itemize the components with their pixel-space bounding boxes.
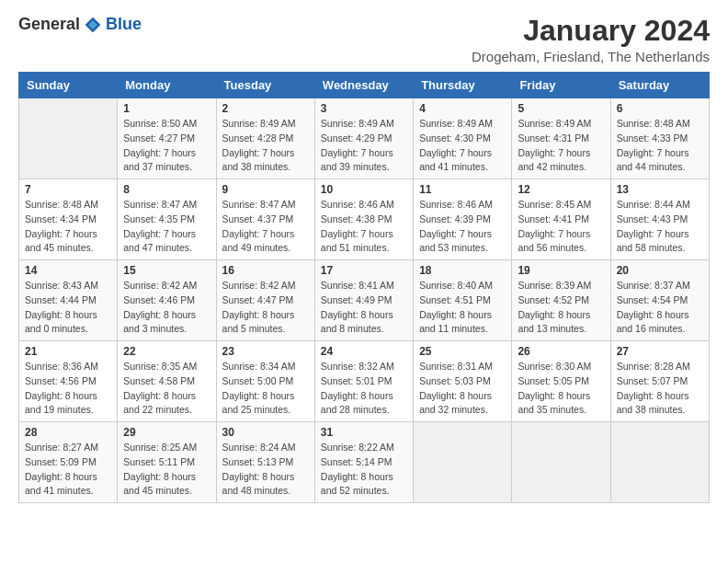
calendar-day-cell: 1Sunrise: 8:50 AMSunset: 4:27 PMDaylight… bbox=[118, 98, 216, 179]
day-number: 17 bbox=[321, 264, 407, 277]
day-info: Sunrise: 8:22 AMSunset: 5:14 PMDaylight:… bbox=[321, 441, 407, 499]
day-info: Sunrise: 8:43 AMSunset: 4:44 PMDaylight:… bbox=[25, 279, 111, 337]
day-number: 10 bbox=[321, 183, 407, 196]
day-number: 25 bbox=[419, 345, 506, 358]
day-info: Sunrise: 8:42 AMSunset: 4:46 PMDaylight:… bbox=[123, 279, 210, 337]
day-number: 23 bbox=[222, 345, 309, 358]
calendar-day-cell: 19Sunrise: 8:39 AMSunset: 4:52 PMDayligh… bbox=[512, 260, 610, 341]
calendar-day-cell bbox=[414, 422, 512, 503]
day-number: 6 bbox=[617, 102, 703, 115]
calendar-week-row: 14Sunrise: 8:43 AMSunset: 4:44 PMDayligh… bbox=[19, 260, 710, 341]
logo-general: General bbox=[18, 15, 80, 34]
day-info: Sunrise: 8:34 AMSunset: 5:00 PMDaylight:… bbox=[222, 360, 309, 418]
day-number: 27 bbox=[617, 345, 703, 358]
day-info: Sunrise: 8:44 AMSunset: 4:43 PMDaylight:… bbox=[617, 198, 703, 256]
day-info: Sunrise: 8:36 AMSunset: 4:56 PMDaylight:… bbox=[25, 360, 111, 418]
weekday-header: Saturday bbox=[610, 73, 709, 98]
day-info: Sunrise: 8:46 AMSunset: 4:39 PMDaylight:… bbox=[419, 198, 506, 256]
day-info: Sunrise: 8:49 AMSunset: 4:31 PMDaylight:… bbox=[518, 117, 604, 175]
page-header: General Blue January 2024 Drogeham, Frie… bbox=[18, 15, 710, 64]
calendar-day-cell bbox=[512, 422, 610, 503]
calendar-day-cell: 20Sunrise: 8:37 AMSunset: 4:54 PMDayligh… bbox=[610, 260, 709, 341]
day-number: 15 bbox=[123, 264, 210, 277]
day-info: Sunrise: 8:42 AMSunset: 4:47 PMDaylight:… bbox=[222, 279, 309, 337]
day-number: 31 bbox=[321, 426, 407, 439]
calendar-day-cell: 30Sunrise: 8:24 AMSunset: 5:13 PMDayligh… bbox=[216, 422, 314, 503]
calendar-day-cell bbox=[19, 98, 118, 179]
day-number: 19 bbox=[518, 264, 604, 277]
day-number: 18 bbox=[419, 264, 506, 277]
day-info: Sunrise: 8:28 AMSunset: 5:07 PMDaylight:… bbox=[617, 360, 703, 418]
day-number: 8 bbox=[123, 183, 210, 196]
day-number: 5 bbox=[518, 102, 604, 115]
calendar-day-cell: 14Sunrise: 8:43 AMSunset: 4:44 PMDayligh… bbox=[19, 260, 118, 341]
calendar-week-row: 28Sunrise: 8:27 AMSunset: 5:09 PMDayligh… bbox=[19, 422, 710, 503]
day-number: 11 bbox=[419, 183, 506, 196]
title-block: January 2024 Drogeham, Friesland, The Ne… bbox=[472, 15, 710, 64]
day-info: Sunrise: 8:24 AMSunset: 5:13 PMDaylight:… bbox=[222, 441, 309, 499]
day-info: Sunrise: 8:46 AMSunset: 4:38 PMDaylight:… bbox=[321, 198, 407, 256]
day-number: 1 bbox=[123, 102, 210, 115]
calendar-week-row: 7Sunrise: 8:48 AMSunset: 4:34 PMDaylight… bbox=[19, 179, 710, 260]
day-number: 21 bbox=[25, 345, 111, 358]
subtitle: Drogeham, Friesland, The Netherlands bbox=[472, 49, 710, 64]
weekday-header: Monday bbox=[118, 73, 216, 98]
calendar-day-cell: 22Sunrise: 8:35 AMSunset: 4:58 PMDayligh… bbox=[118, 341, 216, 422]
day-info: Sunrise: 8:49 AMSunset: 4:29 PMDaylight:… bbox=[321, 117, 407, 175]
calendar-day-cell: 16Sunrise: 8:42 AMSunset: 4:47 PMDayligh… bbox=[216, 260, 314, 341]
day-info: Sunrise: 8:49 AMSunset: 4:30 PMDaylight:… bbox=[419, 117, 506, 175]
day-info: Sunrise: 8:47 AMSunset: 4:37 PMDaylight:… bbox=[222, 198, 309, 256]
day-info: Sunrise: 8:45 AMSunset: 4:41 PMDaylight:… bbox=[518, 198, 604, 256]
calendar-day-cell: 4Sunrise: 8:49 AMSunset: 4:30 PMDaylight… bbox=[414, 98, 512, 179]
calendar-week-row: 1Sunrise: 8:50 AMSunset: 4:27 PMDaylight… bbox=[19, 98, 710, 179]
day-info: Sunrise: 8:25 AMSunset: 5:11 PMDaylight:… bbox=[123, 441, 210, 499]
day-info: Sunrise: 8:27 AMSunset: 5:09 PMDaylight:… bbox=[25, 441, 111, 499]
calendar-day-cell: 26Sunrise: 8:30 AMSunset: 5:05 PMDayligh… bbox=[512, 341, 610, 422]
calendar-day-cell: 23Sunrise: 8:34 AMSunset: 5:00 PMDayligh… bbox=[216, 341, 314, 422]
day-number: 16 bbox=[222, 264, 309, 277]
day-number: 24 bbox=[321, 345, 407, 358]
main-title: January 2024 bbox=[472, 15, 710, 47]
calendar-day-cell: 31Sunrise: 8:22 AMSunset: 5:14 PMDayligh… bbox=[314, 422, 413, 503]
day-number: 26 bbox=[518, 345, 604, 358]
logo-blue: Blue bbox=[106, 15, 142, 34]
day-info: Sunrise: 8:39 AMSunset: 4:52 PMDaylight:… bbox=[518, 279, 604, 337]
day-info: Sunrise: 8:49 AMSunset: 4:28 PMDaylight:… bbox=[222, 117, 309, 175]
calendar-day-cell: 5Sunrise: 8:49 AMSunset: 4:31 PMDaylight… bbox=[512, 98, 610, 179]
calendar-header-row: SundayMondayTuesdayWednesdayThursdayFrid… bbox=[19, 73, 710, 98]
weekday-header: Sunday bbox=[19, 73, 118, 98]
day-info: Sunrise: 8:32 AMSunset: 5:01 PMDaylight:… bbox=[321, 360, 407, 418]
day-number: 30 bbox=[222, 426, 309, 439]
calendar-day-cell: 9Sunrise: 8:47 AMSunset: 4:37 PMDaylight… bbox=[216, 179, 314, 260]
day-number: 14 bbox=[25, 264, 111, 277]
calendar-day-cell: 29Sunrise: 8:25 AMSunset: 5:11 PMDayligh… bbox=[118, 422, 216, 503]
calendar-day-cell: 27Sunrise: 8:28 AMSunset: 5:07 PMDayligh… bbox=[610, 341, 709, 422]
calendar-day-cell: 21Sunrise: 8:36 AMSunset: 4:56 PMDayligh… bbox=[19, 341, 118, 422]
day-number: 22 bbox=[123, 345, 210, 358]
weekday-header: Tuesday bbox=[216, 73, 314, 98]
calendar-day-cell: 25Sunrise: 8:31 AMSunset: 5:03 PMDayligh… bbox=[414, 341, 512, 422]
day-info: Sunrise: 8:41 AMSunset: 4:49 PMDaylight:… bbox=[321, 279, 407, 337]
calendar-day-cell: 10Sunrise: 8:46 AMSunset: 4:38 PMDayligh… bbox=[314, 179, 413, 260]
logo: General Blue bbox=[18, 15, 142, 34]
calendar-day-cell: 2Sunrise: 8:49 AMSunset: 4:28 PMDaylight… bbox=[216, 98, 314, 179]
weekday-header: Friday bbox=[512, 73, 610, 98]
calendar-day-cell: 3Sunrise: 8:49 AMSunset: 4:29 PMDaylight… bbox=[314, 98, 413, 179]
day-info: Sunrise: 8:37 AMSunset: 4:54 PMDaylight:… bbox=[617, 279, 703, 337]
day-number: 3 bbox=[321, 102, 407, 115]
calendar-week-row: 21Sunrise: 8:36 AMSunset: 4:56 PMDayligh… bbox=[19, 341, 710, 422]
day-info: Sunrise: 8:48 AMSunset: 4:33 PMDaylight:… bbox=[617, 117, 703, 175]
calendar-day-cell: 17Sunrise: 8:41 AMSunset: 4:49 PMDayligh… bbox=[314, 260, 413, 341]
day-info: Sunrise: 8:31 AMSunset: 5:03 PMDaylight:… bbox=[419, 360, 506, 418]
logo-icon bbox=[84, 16, 102, 34]
calendar-day-cell: 8Sunrise: 8:47 AMSunset: 4:35 PMDaylight… bbox=[118, 179, 216, 260]
calendar-day-cell: 11Sunrise: 8:46 AMSunset: 4:39 PMDayligh… bbox=[414, 179, 512, 260]
calendar-day-cell: 15Sunrise: 8:42 AMSunset: 4:46 PMDayligh… bbox=[118, 260, 216, 341]
weekday-header: Wednesday bbox=[314, 73, 413, 98]
day-number: 28 bbox=[25, 426, 111, 439]
calendar-day-cell: 12Sunrise: 8:45 AMSunset: 4:41 PMDayligh… bbox=[512, 179, 610, 260]
day-number: 4 bbox=[419, 102, 506, 115]
day-info: Sunrise: 8:48 AMSunset: 4:34 PMDaylight:… bbox=[25, 198, 111, 256]
calendar-day-cell: 28Sunrise: 8:27 AMSunset: 5:09 PMDayligh… bbox=[19, 422, 118, 503]
day-number: 9 bbox=[222, 183, 309, 196]
